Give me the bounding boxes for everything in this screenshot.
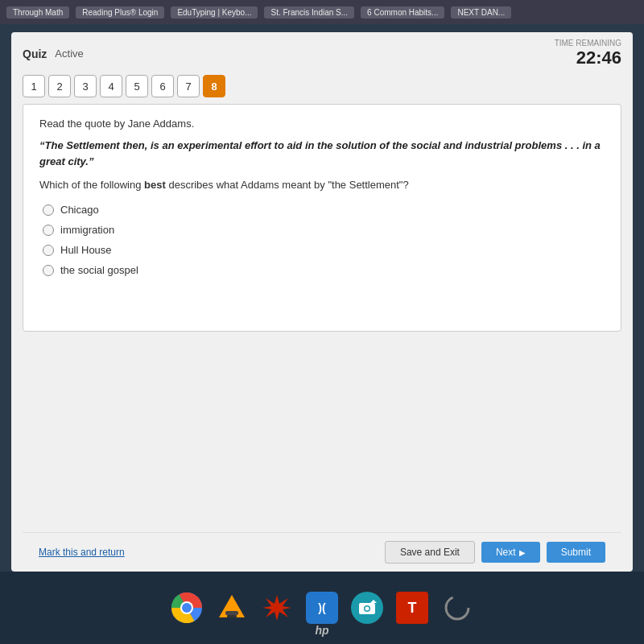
q-num-3[interactable]: 3 [74, 75, 97, 97]
quote-text: “The Settlement then, is an experimental… [39, 138, 605, 169]
radio-immigration[interactable] [43, 225, 54, 236]
time-value: 22:46 [555, 47, 621, 68]
question-numbers: 1 2 3 4 5 6 7 8 [11, 72, 633, 104]
q-num-5[interactable]: 5 [126, 75, 148, 97]
svg-point-11 [446, 597, 469, 619]
submit-button[interactable]: Submit [547, 542, 605, 563]
q-num-2[interactable]: 2 [48, 75, 71, 97]
chrome-icon[interactable] [171, 592, 203, 624]
save-exit-button[interactable]: Save and Exit [385, 541, 475, 564]
quiz-status: Quiz Active [23, 47, 84, 60]
quiz-header: Quiz Active TIME REMAINING 22:46 [11, 32, 633, 72]
q-num-6[interactable]: 6 [151, 75, 174, 97]
active-label: Active [55, 47, 83, 60]
answer-option-4[interactable]: the social gospel [43, 264, 605, 276]
answer-option-2[interactable]: immigration [43, 224, 605, 236]
question-content: Read the quote by Jane Addams. “The Sett… [23, 104, 621, 332]
svg-rect-4 [225, 611, 238, 615]
browser-bar: Through Math Reading Plus® Login EduTypi… [0, 0, 644, 24]
red-burst-icon[interactable] [261, 592, 293, 624]
q-num-8[interactable]: 8 [203, 75, 225, 97]
action-bar: Mark this and return Save and Exit Next … [23, 532, 621, 572]
svg-point-10 [365, 607, 369, 611]
answer-label-4: the social gospel [60, 264, 138, 276]
tab-through-math[interactable]: Through Math [6, 6, 69, 19]
mark-return-link[interactable]: Mark this and return [39, 547, 125, 558]
answer-label-3: Hull House [60, 244, 112, 256]
next-button[interactable]: Next [481, 542, 540, 563]
answer-label-1: Chicago [60, 204, 99, 216]
radio-chicago[interactable] [43, 204, 54, 216]
taskbar: )( T hp [0, 572, 644, 644]
question-text: Which of the following best describes wh… [39, 179, 605, 191]
tab-6-habits[interactable]: 6 Common Habits... [361, 6, 444, 19]
tab-next[interactable]: NEXT DAN... [451, 6, 511, 19]
answer-option-1[interactable]: Chicago [43, 204, 605, 216]
answer-label-2: immigration [60, 224, 114, 236]
radio-hull-house[interactable] [43, 245, 54, 256]
time-label: TIME REMAINING [555, 39, 621, 47]
screen: Quiz Active TIME REMAINING 22:46 1 2 3 4… [0, 24, 644, 644]
svg-rect-5 [227, 615, 237, 617]
q-num-7[interactable]: 7 [177, 75, 200, 97]
time-remaining-block: TIME REMAINING 22:46 [555, 39, 621, 68]
tab-edutyping[interactable]: EduTyping | Keybo... [171, 6, 258, 19]
tab-reading-plus[interactable]: Reading Plus® Login [76, 6, 164, 19]
vlc-icon[interactable] [216, 592, 248, 624]
svg-point-2 [182, 603, 192, 613]
answer-option-3[interactable]: Hull House [43, 244, 605, 256]
hp-logo: hp [315, 623, 328, 638]
answer-options: Chicago immigration Hull House the socia… [43, 204, 605, 276]
action-buttons: Save and Exit Next Submit [385, 541, 605, 564]
camera-icon[interactable] [351, 592, 383, 624]
radio-social-gospel[interactable] [43, 265, 54, 276]
spinner-icon [441, 592, 473, 624]
quiz-container: Quiz Active TIME REMAINING 22:46 1 2 3 4… [11, 32, 633, 572]
q-num-4[interactable]: 4 [100, 75, 122, 97]
svg-marker-8 [370, 600, 377, 603]
read-prompt: Read the quote by Jane Addams. [39, 118, 605, 130]
quiz-title: Quiz [23, 47, 47, 60]
dk-icon[interactable]: )( [306, 592, 338, 624]
q-num-1[interactable]: 1 [23, 75, 45, 97]
tab-st-francis[interactable]: St. Francis Indian S... [264, 6, 354, 19]
red-t-icon[interactable]: T [396, 592, 428, 624]
svg-marker-6 [262, 595, 291, 621]
